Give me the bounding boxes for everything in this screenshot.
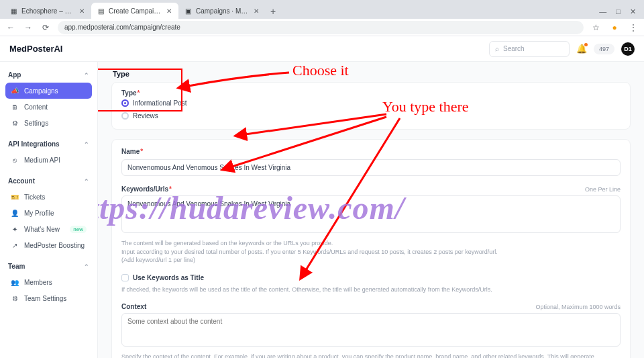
- search-placeholder: Search: [503, 45, 525, 52]
- menu-icon[interactable]: ⋮: [628, 22, 639, 33]
- tab-favicon-icon: ▦: [9, 7, 17, 15]
- name-input[interactable]: [121, 159, 621, 176]
- use-keywords-help: If checked, the keywords will be used as…: [121, 285, 621, 294]
- sidebar-section-app[interactable]: App⌃: [5, 67, 92, 83]
- chevron-up-icon: ⌃: [84, 263, 89, 270]
- keywords-label: Keywords/Urls: [121, 185, 172, 193]
- context-hint: Optional, Maximum 1000 words: [535, 304, 621, 310]
- name-card: Name Keywords/Urls One Per Line The cont…: [111, 139, 631, 358]
- sidebar-item-medium-api[interactable]: ⎋Medium API: [5, 152, 92, 168]
- tab-favicon-icon: ▤: [97, 7, 105, 15]
- sidebar: App⌃ 📣Campaigns 🗎Content ⚙Settings API I…: [0, 62, 98, 358]
- window-controls: — □ ✕: [595, 5, 640, 19]
- radio-informational-post[interactable]: Informational Post: [121, 97, 621, 109]
- back-icon[interactable]: ←: [5, 22, 16, 33]
- sidebar-item-whats-new[interactable]: ✦What's Newnew: [5, 221, 92, 237]
- sidebar-item-members[interactable]: 👥Members: [5, 274, 92, 290]
- tab-favicon-icon: ▣: [184, 7, 192, 15]
- close-tab-icon[interactable]: ✕: [79, 7, 85, 15]
- maximize-button[interactable]: □: [616, 7, 621, 16]
- use-keywords-as-title-checkbox[interactable]: Use Keywords as Title: [121, 271, 621, 281]
- sidebar-section-team[interactable]: Team⌃: [5, 259, 92, 274]
- close-tab-icon[interactable]: ✕: [166, 7, 172, 15]
- gear-icon: ⚙: [11, 119, 19, 127]
- radio-selected-icon: [121, 99, 129, 107]
- sidebar-item-settings[interactable]: ⚙Settings: [5, 115, 92, 131]
- tab-title: Create Campaign - MedPoster: [109, 7, 162, 15]
- sidebar-section-api[interactable]: API Integrations⌃: [5, 136, 92, 152]
- browser-tab-2[interactable]: ▤ Create Campaign - MedPoster ✕: [91, 3, 178, 19]
- notifications-icon[interactable]: 🔔: [576, 44, 587, 54]
- address-bar[interactable]: app.medposterai.com/campaign/create: [58, 21, 584, 34]
- document-icon: 🗎: [11, 103, 19, 111]
- megaphone-icon: 📣: [11, 87, 19, 95]
- checkbox-empty-icon: [121, 274, 129, 281]
- forward-icon[interactable]: →: [23, 22, 34, 33]
- browser-tab-1[interactable]: ▦ Echosphere – Medium ✕: [4, 3, 91, 19]
- radio-unselected-icon: [121, 112, 129, 120]
- sparkle-icon: ✦: [11, 225, 19, 233]
- sidebar-item-content[interactable]: 🗎Content: [5, 99, 92, 115]
- user-icon: 👤: [11, 209, 19, 217]
- ticket-icon: 🎫: [11, 193, 19, 201]
- type-label: Type: [121, 89, 621, 97]
- url-text: app.medposterai.com/campaign/create: [64, 24, 180, 31]
- extension-icon[interactable]: ☆: [590, 22, 601, 33]
- rocket-icon: ↗: [11, 241, 19, 249]
- context-label: Context: [121, 303, 146, 310]
- reload-icon[interactable]: ⟳: [40, 22, 51, 33]
- close-tab-icon[interactable]: ✕: [254, 7, 259, 15]
- keywords-textarea[interactable]: [121, 195, 621, 233]
- chevron-up-icon: ⌃: [84, 72, 89, 79]
- browser-toolbar: ← → ⟳ app.medposterai.com/campaign/creat…: [0, 19, 644, 36]
- new-badge: new: [70, 226, 87, 233]
- sidebar-item-boosting[interactable]: ↗MedPoster Boosting: [5, 237, 92, 253]
- chevron-up-icon: ⌃: [84, 178, 89, 185]
- new-tab-button[interactable]: +: [266, 4, 280, 19]
- credits-badge[interactable]: 497: [594, 44, 614, 54]
- context-textarea[interactable]: [121, 313, 621, 347]
- search-input[interactable]: ⌕ Search: [489, 41, 570, 57]
- search-icon: ⌕: [495, 45, 499, 52]
- keywords-help-3: (Add keyword/url 1 per line): [121, 256, 621, 265]
- keywords-help-1: The content will be generated based on t…: [121, 239, 621, 248]
- main-content: Type Type Informational Post Reviews Nam…: [98, 62, 644, 358]
- type-card: Type Informational Post Reviews: [111, 82, 631, 130]
- keywords-help-2: Input according to your desired total nu…: [121, 248, 621, 257]
- app-header: MedPosterAI ⌕ Search 🔔 497 D1: [0, 36, 644, 62]
- browser-tab-3[interactable]: ▣ Campaigns · MedPoster Boost ✕: [178, 3, 266, 19]
- tab-title: Echosphere – Medium: [21, 7, 75, 15]
- sidebar-item-team-settings[interactable]: ⚙Team Settings: [5, 290, 92, 306]
- browser-tab-bar: ▦ Echosphere – Medium ✕ ▤ Create Campaig…: [0, 0, 644, 19]
- sidebar-section-account[interactable]: Account⌃: [5, 173, 92, 189]
- sidebar-item-campaigns[interactable]: 📣Campaigns: [5, 83, 92, 99]
- close-window-button[interactable]: ✕: [630, 7, 636, 16]
- context-help: Specify the context of the content. For …: [121, 353, 621, 358]
- avatar[interactable]: D1: [621, 42, 635, 56]
- chevron-up-icon: ⌃: [84, 141, 89, 148]
- radio-reviews[interactable]: Reviews: [121, 109, 621, 122]
- plug-icon: ⎋: [11, 156, 19, 164]
- brand-logo[interactable]: MedPosterAI: [9, 44, 62, 54]
- minimize-button[interactable]: —: [599, 7, 606, 16]
- sidebar-item-profile[interactable]: 👤My Profile: [5, 205, 92, 221]
- tab-title: Campaigns · MedPoster Boost: [196, 7, 250, 15]
- gear-icon: ⚙: [11, 294, 19, 302]
- keywords-hint: One Per Line: [585, 186, 621, 193]
- profile-icon[interactable]: ●: [609, 22, 620, 33]
- users-icon: 👥: [11, 278, 19, 286]
- sidebar-item-tickets[interactable]: 🎫Tickets: [5, 189, 92, 205]
- type-section-heading: Type: [113, 70, 631, 78]
- name-label: Name: [121, 148, 621, 155]
